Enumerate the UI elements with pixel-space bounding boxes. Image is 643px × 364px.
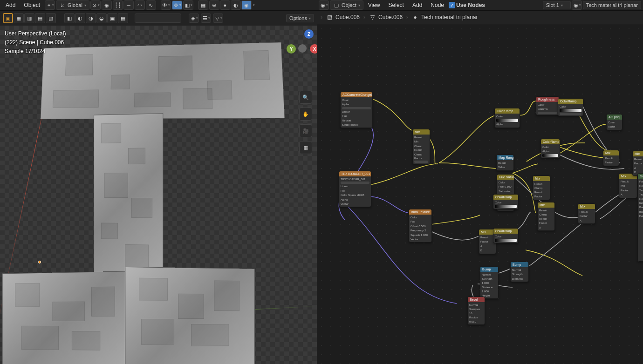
- node-mix-4[interactable]: Mix Result Clamp Result Factor A: [537, 202, 555, 231]
- zoom-tool[interactable]: 🔍: [299, 91, 312, 104]
- display-mode-4[interactable]: ◒: [96, 13, 107, 23]
- shade-wire-btn[interactable]: ⊕: [209, 0, 219, 10]
- display-mode-5[interactable]: ▣: [107, 13, 117, 23]
- ramp-gradient[interactable]: [496, 119, 518, 122]
- select-extend-btn[interactable]: ▦: [14, 13, 24, 23]
- node-editor-type-btn[interactable]: ◉▾: [319, 0, 329, 10]
- node-field[interactable]: [414, 161, 428, 163]
- menu-object[interactable]: Object: [20, 0, 44, 10]
- node-colorramp-1[interactable]: ColorRamp Color Alpha: [494, 108, 520, 128]
- node-image-texture-1[interactable]: ACConcreteGrunge01.jpg Color Alpha Linea…: [340, 92, 373, 128]
- node-geometry[interactable]: Geometry Position Normal Tangent True No…: [637, 173, 643, 262]
- node-bevel[interactable]: Bevel Normal Samples 16 Radius 0.050: [467, 297, 485, 325]
- crumb-mesh[interactable]: ▽ Cube.006: [369, 14, 403, 20]
- orientation-dropdown[interactable]: ⟀ Global ▾: [56, 0, 89, 10]
- node-mix-3[interactable]: Mix Result Clamp Result Factor: [533, 175, 550, 200]
- gizmo-toggle-btn[interactable]: ✥▾: [172, 0, 182, 10]
- ramp-gradient[interactable]: [495, 239, 517, 242]
- gizmo-neg-z[interactable]: [304, 54, 311, 60]
- crumb-material[interactable]: ● Tech material tri planar: [412, 14, 478, 20]
- node-hdr: Mix: [533, 176, 550, 181]
- node-field[interactable]: [342, 107, 371, 109]
- node-bump-1[interactable]: Bump Normal Strength 1.000 Distance 1.00…: [480, 266, 499, 299]
- node-mix-8[interactable]: Mix Result Factor A B: [632, 151, 643, 176]
- ne-menu-select[interactable]: Select: [385, 0, 408, 10]
- matprev-sphere-icon: ◐: [233, 2, 239, 8]
- rendered-sphere-icon: ◉: [243, 2, 250, 8]
- ramp-gradient[interactable]: [495, 205, 517, 208]
- ne-menu-add[interactable]: Add: [409, 0, 426, 10]
- display-mode-6[interactable]: ▦: [118, 13, 128, 23]
- node-hdr: Mix: [633, 151, 643, 156]
- viewport-canvas[interactable]: User Perspective (Local) (222) Scene | C…: [0, 26, 317, 364]
- cursor-popover-btn[interactable]: ⌖▾: [45, 0, 55, 10]
- nav-gizmo[interactable]: Z Y X: [287, 29, 317, 62]
- snap-mode-edge-btn[interactable]: ─: [123, 0, 134, 10]
- filter-funnel-btn[interactable]: ▽▾: [213, 13, 223, 23]
- node-colorramp-2[interactable]: ColorRamp Color: [493, 194, 519, 209]
- filter-orient-btn[interactable]: ◈▾: [189, 13, 199, 23]
- ne-menu-node[interactable]: Node: [427, 0, 448, 10]
- node-image-texture-2[interactable]: TEXTLOADER_001 — environment01.png TEXTL…: [339, 171, 371, 207]
- ramp-gradient[interactable]: [560, 109, 581, 112]
- node-canvas[interactable]: ACConcreteGrunge01.jpg Color Alpha Linea…: [317, 24, 643, 364]
- snap-btn[interactable]: ⊙▾: [90, 0, 101, 10]
- node-mix-1[interactable]: Mix Result Mix Clamp Result Clamp Factor: [412, 129, 430, 164]
- display-mode-2[interactable]: ◐: [75, 13, 85, 23]
- material-sphere-btn[interactable]: ◉▾: [572, 0, 582, 10]
- node-ao[interactable]: AO.png Color Alpha: [606, 114, 622, 130]
- node-field[interactable]: [538, 112, 557, 114]
- node-brick-texture[interactable]: Brick Texture Color Fac Offset 0.500 Fre…: [409, 209, 432, 243]
- pan-tool[interactable]: ✋: [299, 108, 312, 121]
- crumb-object[interactable]: ▧ Cube.006: [326, 14, 360, 20]
- falloff-icon: ◠: [137, 2, 143, 8]
- node-mix-6[interactable]: Mix Result Factor: [603, 150, 619, 166]
- ramp-gradient[interactable]: [542, 154, 558, 157]
- material-name-field[interactable]: Tech material tri planar: [583, 1, 641, 9]
- select-box-btn[interactable]: ▣: [3, 13, 13, 23]
- visibility-popover-btn[interactable]: 👁▾: [161, 0, 171, 10]
- snap-mode-inc-btn[interactable]: ┆┆: [113, 0, 123, 10]
- slot-dropdown[interactable]: Slot 1 ▾: [543, 1, 571, 9]
- overlay-popover-btn[interactable]: ◧▾: [183, 0, 193, 10]
- node-colorramp-4[interactable]: ColorRamp Color: [558, 98, 583, 116]
- shader-type-dropdown[interactable]: ▢ Object ▾: [330, 0, 363, 10]
- gizmo-x-axis[interactable]: X: [310, 44, 317, 54]
- node-field[interactable]: [341, 182, 369, 184]
- node-field[interactable]: [560, 113, 581, 115]
- node-mix-7[interactable]: Mix Result Mix Factor A: [619, 173, 637, 198]
- viewport-search-input[interactable]: [135, 13, 181, 23]
- menu-add[interactable]: Add: [2, 0, 19, 10]
- display-mode-1[interactable]: ◧: [64, 13, 75, 23]
- shade-rendered-btn[interactable]: ◉: [241, 0, 252, 10]
- select-int-btn[interactable]: ▧: [46, 13, 56, 23]
- filter-list-btn[interactable]: ☰▾: [201, 13, 211, 23]
- gizmo-center[interactable]: [298, 44, 307, 53]
- gizmo-y-axis[interactable]: Y: [287, 44, 296, 54]
- curve-tool-btn[interactable]: ∿: [146, 0, 156, 10]
- use-nodes-label: Use Nodes: [456, 2, 485, 8]
- ne-menu-view[interactable]: View: [364, 0, 384, 10]
- node-colorramp-5[interactable]: ColorRamp Color Alpha: [540, 139, 560, 158]
- gizmo-z-axis[interactable]: Z: [304, 29, 314, 39]
- select-diff-btn[interactable]: ▤: [35, 13, 45, 23]
- camera-tool[interactable]: 🎥: [299, 124, 312, 137]
- shade-matprev-btn[interactable]: ◐: [231, 0, 241, 10]
- node-bump-2[interactable]: Bump Normal Strength Distance: [510, 262, 529, 282]
- display-mode-3[interactable]: ◑: [86, 13, 96, 23]
- xray-btn[interactable]: ▦: [198, 0, 208, 10]
- use-nodes-checkbox[interactable]: ✓: [449, 2, 455, 8]
- ortho-tool[interactable]: ▦: [299, 141, 312, 154]
- shade-solid-btn[interactable]: ●: [220, 0, 230, 10]
- select-diff-icon: ▤: [37, 15, 43, 21]
- node-map-range[interactable]: Map Range Result Value: [496, 155, 514, 171]
- node-mix-5[interactable]: Mix Result Factor A: [578, 203, 595, 224]
- node-colorramp-3[interactable]: ColorRamp Color: [493, 228, 519, 243]
- node-roughness[interactable]: Roughness Color Gamma: [536, 96, 559, 115]
- options-dropdown[interactable]: Options ▾: [286, 14, 314, 22]
- node-hdr: Map Range: [497, 155, 513, 160]
- proportional-falloff-btn[interactable]: ◠: [135, 0, 145, 10]
- material-name-label: Tech material tri planar: [586, 2, 638, 8]
- select-sub-btn[interactable]: ▥: [24, 13, 34, 23]
- proportional-edit-btn[interactable]: ◉: [102, 0, 112, 10]
